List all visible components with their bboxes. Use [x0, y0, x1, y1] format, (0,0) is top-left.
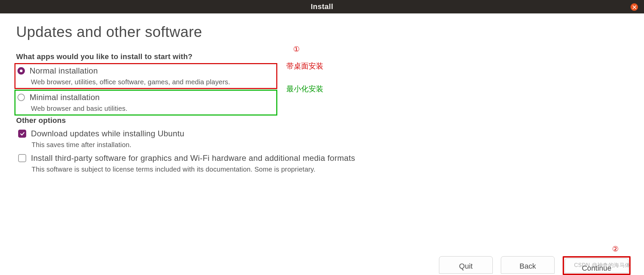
option-minimal-desc: Web browser and basic utilities. [31, 105, 274, 112]
page-title: Updates and other software [16, 24, 628, 40]
footer-buttons: Quit Back Continue [0, 256, 644, 275]
option-minimal-installation[interactable]: Minimal installation Web browser and bas… [14, 90, 277, 116]
third-party-desc: This software is subject to license term… [32, 166, 626, 173]
option-third-party[interactable]: Install third-party software for graphic… [16, 151, 628, 175]
back-button-label: Back [520, 262, 536, 271]
content-area: Updates and other software What apps wou… [0, 13, 644, 175]
close-button[interactable] [631, 3, 638, 11]
option-normal-installation[interactable]: Normal installation Web browser, utiliti… [14, 63, 277, 89]
option-normal-label: Normal installation [30, 66, 98, 76]
checkbox-download-updates[interactable] [18, 130, 26, 138]
option-minimal-label: Minimal installation [30, 93, 100, 102]
download-updates-desc: This saves time after installation. [32, 141, 626, 149]
watermark-text: CSDN @神奇的海马体 [574, 262, 631, 269]
annotation-normal-note: 带桌面安装 [286, 61, 323, 71]
quit-button[interactable]: Quit [439, 256, 493, 274]
window-titlebar: Install [0, 0, 644, 13]
quit-button-label: Quit [459, 262, 473, 271]
other-options-heading: Other options [16, 116, 628, 125]
window-title: Install [311, 2, 333, 11]
radio-minimal-installation[interactable] [17, 94, 25, 101]
back-button[interactable]: Back [501, 256, 555, 274]
option-download-updates[interactable]: Download updates while installing Ubuntu… [16, 127, 628, 151]
annotation-marker-1: ① [293, 45, 300, 54]
download-updates-label: Download updates while installing Ubuntu [31, 129, 184, 138]
close-icon [633, 5, 636, 9]
checkbox-third-party[interactable] [18, 154, 26, 162]
annotation-marker-2: ② [612, 245, 619, 254]
check-icon [20, 131, 25, 136]
install-apps-question: What apps would you like to install to s… [16, 52, 628, 61]
third-party-label: Install third-party software for graphic… [31, 153, 355, 163]
annotation-minimal-note: 最小化安装 [286, 84, 323, 94]
radio-normal-installation[interactable] [17, 67, 25, 75]
option-normal-desc: Web browser, utilities, office software,… [31, 78, 274, 86]
